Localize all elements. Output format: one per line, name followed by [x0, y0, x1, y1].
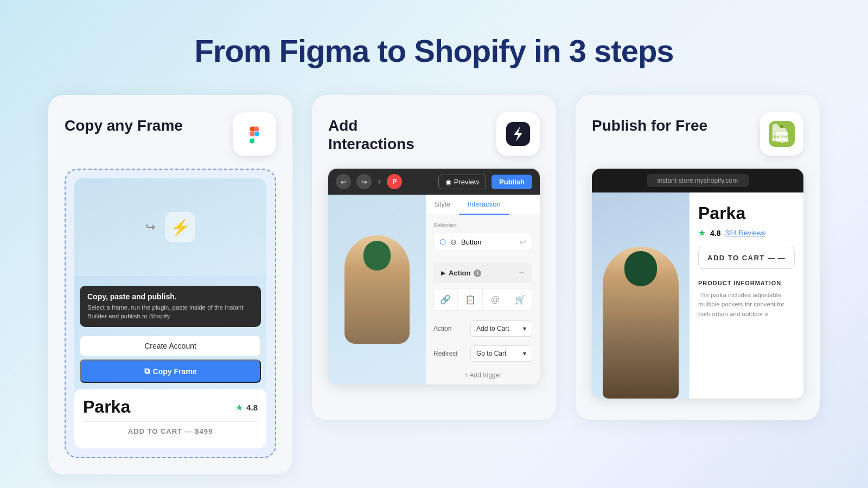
card-copy-frame: Copy any Frame ↪ ⚡: [48, 95, 292, 474]
card-title-2: Add Interactions: [328, 117, 448, 153]
cards-row: Copy any Frame ↪ ⚡: [48, 95, 820, 474]
figma-app-icon: [233, 112, 276, 156]
monitor-icon: ⬡: [439, 237, 446, 246]
tooltip-box: Copy, paste and publish. Select a frame,…: [80, 286, 261, 327]
phone-mockup: ↪ ⚡ Copy, paste and publish. Select a fr…: [65, 169, 276, 458]
card-header-2: Add Interactions: [328, 112, 540, 156]
redirect-dropdown-value: Go to Cart: [476, 350, 506, 357]
shopify-add-to-cart-button[interactable]: ADD TO CART — —: [698, 247, 795, 269]
page-title: From Figma to Shopify in 3 steps: [194, 33, 673, 69]
shopify-preview: instant-store.myshopify.com Parka ★ 4.8 …: [592, 169, 803, 399]
chevron-down-icon: ▾: [523, 325, 526, 332]
shopify-section-desc: The parka includes adjustable multiple p…: [698, 291, 795, 319]
shopify-app-icon: SHOPIFY: [760, 112, 803, 156]
figma-toolbar: ↩ ↪ + P ◉ Preview Publish: [328, 169, 540, 195]
card-header-1: Copy any Frame: [65, 112, 276, 156]
shopify-product-image: [592, 192, 690, 399]
action-icon-row: 🔗 📋 @ 🛒: [433, 288, 532, 311]
cart-icon-btn[interactable]: 🛒: [508, 289, 532, 310]
file-icon-btn[interactable]: 📋: [459, 289, 483, 310]
component-name: Button: [461, 238, 515, 246]
rating-num-1: 4.8: [246, 403, 258, 412]
shopify-atc-label: ADD TO CART —: [707, 254, 775, 262]
tooltip-title: Copy, paste and publish.: [87, 292, 253, 301]
figma-panel: Style Interaction Selected ⬡ ⊖ Button ↩: [328, 195, 540, 384]
figma-canvas: [328, 195, 426, 384]
arrow-icon: ↪: [145, 220, 155, 234]
action-dropdown-value: Add to Cart: [476, 325, 509, 332]
add-trigger-button[interactable]: + Add trigger: [426, 366, 540, 384]
tooltip-desc: Select a frame, run the plugin, paste in…: [87, 303, 253, 320]
shopify-product-name: Parka: [698, 203, 795, 223]
shopify-atc-dash: —: [778, 254, 786, 262]
shopify-content: Parka ★ 4.8 324 Reviews ADD TO CART — — …: [592, 192, 803, 399]
tab-interaction[interactable]: Interaction: [459, 195, 509, 215]
redirect-row-label: Redirect: [433, 350, 466, 357]
preview-button[interactable]: ◉ Preview: [438, 175, 486, 189]
product-name-1: Parka: [83, 397, 130, 417]
canvas-person: [344, 235, 410, 344]
svg-text:SHOPIFY: SHOPIFY: [772, 134, 792, 139]
star-icon-1: ★: [235, 402, 243, 413]
product-rating-1: ★ 4.8: [235, 402, 258, 413]
shopify-rating-num: 4.8: [710, 229, 720, 237]
selected-label: Selected: [433, 222, 532, 228]
action-header: ▶ Action i −: [433, 263, 532, 283]
redirect-dropdown[interactable]: Go to Cart ▾: [470, 345, 532, 362]
copy-frame-button[interactable]: ⧉ Copy Frame: [80, 359, 261, 383]
shopify-browser-bar: instant-store.myshopify.com: [592, 169, 803, 192]
undo-icon[interactable]: ↩: [336, 174, 351, 189]
tab-style[interactable]: Style: [426, 195, 459, 215]
card-add-interactions: Add Interactions ↩ ↪ + P ◉ Preview: [312, 95, 556, 420]
copy-frame-label: Copy Frame: [153, 367, 197, 376]
publish-button[interactable]: Publish: [492, 175, 532, 189]
product-section-1: Parka ★ 4.8 ADD TO CART — $499: [74, 389, 266, 448]
shopify-person-figure: [603, 247, 679, 399]
instant-app-icon: [496, 112, 540, 156]
shopify-reviews-link[interactable]: 324 Reviews: [725, 229, 765, 237]
link-icon-btn[interactable]: 🔗: [434, 289, 458, 310]
phone-inner: ↪ ⚡ Copy, paste and publish. Select a fr…: [74, 178, 266, 448]
shopify-product-info: Parka ★ 4.8 324 Reviews ADD TO CART — — …: [690, 192, 803, 399]
prop-selected-section: Selected ⬡ ⊖ Button ↩: [426, 215, 540, 263]
shopify-rating: ★ 4.8 324 Reviews: [698, 228, 795, 238]
phone-content: ↪ ⚡: [74, 178, 266, 276]
redirect-chevron-icon: ▾: [523, 350, 526, 357]
add-to-cart-text-1: ADD TO CART — $499: [83, 421, 258, 441]
eye-icon: ◉: [445, 178, 451, 186]
card-title-1: Copy any Frame: [65, 117, 183, 135]
copy-icon: ⧉: [144, 367, 150, 376]
action-row-label: Action: [433, 325, 466, 332]
action-text: Action: [449, 269, 470, 277]
return-icon: ↩: [520, 237, 526, 246]
user-avatar: P: [387, 174, 402, 189]
card-header-3: Publish for Free SHOPIFY: [592, 112, 803, 156]
toggle-icon: ⊖: [450, 237, 457, 246]
preview-label: Preview: [454, 178, 479, 186]
minus-icon: −: [519, 267, 525, 279]
card-publish: Publish for Free SHOPIFY instant-store.m…: [576, 95, 820, 420]
plus-icon: +: [377, 177, 381, 186]
action-label: ▶ Action i: [441, 269, 481, 277]
prop-tabs: Style Interaction: [426, 195, 540, 215]
shopify-star-icon: ★: [698, 228, 706, 238]
create-account-button[interactable]: Create Account: [80, 336, 261, 356]
shopify-url: instant-store.myshopify.com: [647, 174, 749, 187]
info-icon: i: [474, 269, 481, 277]
at-icon-btn[interactable]: @: [484, 289, 508, 310]
action-row: Action Add to Cart ▾: [426, 316, 540, 341]
figma-ui: ↩ ↪ + P ◉ Preview Publish St: [328, 169, 540, 384]
bolt-icon: ⚡: [171, 219, 190, 236]
card-title-3: Publish for Free: [592, 117, 707, 135]
shopify-section-title: PRODUCT INFORMATION: [698, 280, 795, 286]
lightning-badge: ⚡: [165, 212, 195, 242]
redirect-row: Redirect Go to Cart ▾: [426, 341, 540, 366]
action-dropdown[interactable]: Add to Cart ▾: [470, 320, 532, 337]
selected-row: ⬡ ⊖ Button ↩: [433, 233, 532, 251]
figma-properties: Style Interaction Selected ⬡ ⊖ Button ↩: [426, 195, 540, 384]
triangle-icon: ▶: [441, 270, 445, 276]
tooltip-area: Copy, paste and publish. Select a frame,…: [74, 276, 266, 385]
redo-icon[interactable]: ↪: [356, 174, 372, 189]
